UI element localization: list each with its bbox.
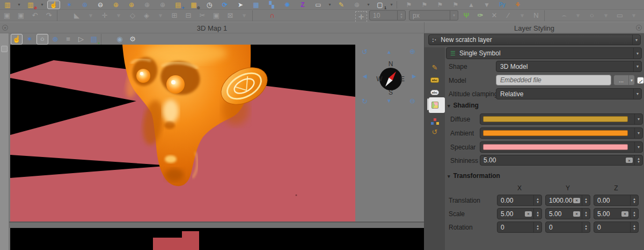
chevron-down-icon[interactable]: ▾	[600, 10, 612, 21]
ambient-color-button[interactable]	[480, 127, 643, 139]
model-file-input[interactable]	[496, 75, 611, 85]
tilt-up-icon[interactable]: ↺	[362, 48, 368, 55]
shading-group-header[interactable]: Shading	[448, 102, 479, 109]
translation-x-spinbox[interactable]: 0.00	[497, 195, 542, 206]
rectangle-digitizing-icon[interactable]: ▭	[614, 10, 626, 21]
chevron-down-icon[interactable]	[633, 89, 641, 99]
vertex-tool-all-layers-icon[interactable]: ◈	[141, 10, 152, 21]
tab-symbology[interactable]: ✎	[428, 61, 442, 73]
browse-button[interactable]: ...	[613, 75, 635, 85]
specular-color-button[interactable]	[480, 141, 643, 153]
map-canvas-2d[interactable]	[10, 228, 424, 250]
pan-map-tool[interactable]: ☝	[47, 1, 60, 9]
move-left-icon[interactable]: ◀	[363, 74, 367, 79]
camera-pan-tool[interactable]: ☝	[11, 34, 23, 45]
move-down-icon[interactable]: ▼	[386, 98, 392, 104]
temporal-controller-icon[interactable]: ◷	[203, 1, 216, 9]
chevron-down-icon[interactable]: ▾	[516, 10, 528, 21]
spinner-arrows[interactable]	[582, 195, 590, 205]
spinner-arrows[interactable]	[533, 222, 541, 232]
snapping-tolerance-spinbox[interactable]: 10	[369, 10, 406, 20]
bookmarks-icon[interactable]: ▤ ✦	[172, 1, 185, 9]
move-label-icon[interactable]: ⚑	[434, 1, 447, 9]
regular-polygon-digitizing-icon[interactable]: ⌂	[642, 10, 644, 21]
paste-style-icon[interactable]: ▣	[15, 10, 27, 21]
identify-features-tool[interactable]: ➤	[234, 1, 247, 9]
topology-checker-icon[interactable]: Ψ	[460, 10, 472, 21]
annotation-icon[interactable]: ▢ 1	[374, 1, 386, 9]
reshape-features-icon[interactable]: ∕	[502, 10, 514, 21]
delete-selected-icon[interactable]: ⊠	[224, 10, 236, 21]
label-pin-icon[interactable]: ⚑	[418, 1, 431, 9]
chevron-down-icon[interactable]: ▾	[389, 1, 394, 9]
translation-y-spinbox[interactable]: 1000.00	[545, 195, 590, 206]
spinner-arrows[interactable]	[582, 222, 590, 232]
pan-to-selection-tool[interactable]: ✶	[63, 1, 76, 9]
rotation-y-spinbox[interactable]: 0	[545, 222, 590, 233]
undo-icon[interactable]: ↶	[29, 10, 41, 21]
identify-3d-tool[interactable]: ⊕	[49, 34, 61, 45]
zoom-last-icon[interactable]: ⊕	[141, 1, 153, 9]
vertex-tool-icon[interactable]: ◇	[127, 10, 138, 21]
view-themes-icon[interactable]: ◉	[114, 34, 126, 45]
tab-3d-view[interactable]	[428, 99, 442, 111]
toggle-editing-icon[interactable]: ◣	[71, 10, 83, 21]
dock-splitter[interactable]	[9, 222, 424, 228]
spinner-arrows[interactable]	[582, 209, 590, 219]
move-up-icon[interactable]: ▲	[386, 49, 392, 55]
chevron-down-icon[interactable]	[633, 61, 641, 72]
chevron-down-icon[interactable]: ▾	[628, 10, 640, 21]
spinner-arrows[interactable]	[630, 209, 638, 219]
spinner-arrows[interactable]	[630, 222, 638, 232]
chevron-down-icon[interactable]: ▾	[327, 1, 332, 9]
scale-y-spinbox[interactable]: 5.00	[545, 208, 590, 219]
chevron-down-icon[interactable]: ▾	[572, 10, 584, 21]
map-themes-icon[interactable]: ▦ ⚙	[187, 1, 200, 9]
zoom-full-tool[interactable]: ⊕	[125, 1, 138, 9]
measure-tool[interactable]: ▭	[312, 1, 325, 9]
zoom-in-icon[interactable]: ⊕	[409, 48, 415, 55]
chevron-down-icon[interactable]: ▾	[366, 1, 371, 9]
spinner-arrows[interactable]	[630, 195, 638, 205]
tab-labels[interactable]: abc	[428, 74, 442, 86]
python-console-icon[interactable]: Py	[496, 1, 509, 9]
statistics-panel-icon[interactable]: ▚	[265, 1, 278, 9]
rotation-x-spinbox[interactable]: 0	[497, 222, 542, 233]
label-pin-icon[interactable]: ⚑	[402, 1, 415, 9]
measure-3d-tool[interactable]: ≡	[62, 34, 74, 45]
shininess-spinbox[interactable]: 5.00	[480, 155, 643, 166]
spinner-arrows[interactable]	[397, 11, 405, 20]
chevron-down-icon[interactable]	[634, 128, 642, 138]
new-map-view-icon[interactable]: ▥	[1, 1, 14, 9]
map3d-viewport[interactable]	[10, 45, 355, 222]
tilt-down-icon[interactable]: ↻	[362, 98, 368, 105]
spinner-arrows[interactable]	[533, 209, 541, 219]
clear-icon[interactable]	[573, 198, 580, 203]
tab-history[interactable]: ↺	[428, 126, 442, 138]
chevron-down-icon[interactable]	[634, 142, 642, 152]
rotate-label-icon[interactable]: ⚑	[449, 1, 462, 9]
chevron-down-icon[interactable]: ▾	[155, 10, 166, 21]
zoom-in-tool[interactable]: ⊕	[78, 1, 91, 9]
chevron-down-icon[interactable]	[628, 75, 634, 85]
elevation-profile-icon[interactable]: Z	[296, 1, 309, 9]
layer-select[interactable]: :· New scratch layer	[428, 34, 641, 45]
chevron-down-icon[interactable]	[633, 48, 641, 59]
tracing-settings-icon[interactable]: ✛	[355, 11, 367, 22]
altitude-clamping-select[interactable]: Relative	[496, 88, 642, 99]
clear-icon[interactable]	[626, 158, 633, 163]
multiedit-icon[interactable]: ⊟	[182, 10, 194, 21]
redo-icon[interactable]: ↷	[43, 10, 55, 21]
scale-z-spinbox[interactable]: 5.00	[594, 208, 639, 219]
spinner-arrows[interactable]	[634, 155, 642, 165]
shape-select[interactable]: 3D Model	[496, 61, 642, 72]
enable-snapping-icon[interactable]: ∩	[266, 10, 278, 21]
clear-icon[interactable]	[525, 211, 532, 217]
rotation-z-spinbox[interactable]: 0	[594, 222, 639, 233]
nav-widget-toggle[interactable]: ○	[36, 34, 48, 45]
split-features-icon[interactable]: N	[530, 10, 542, 21]
chevron-down-icon[interactable]	[632, 35, 640, 45]
zoom-native-tool[interactable]: ⊕	[109, 1, 122, 9]
chevron-down-icon[interactable]	[450, 11, 458, 20]
clear-icon[interactable]	[621, 211, 628, 217]
